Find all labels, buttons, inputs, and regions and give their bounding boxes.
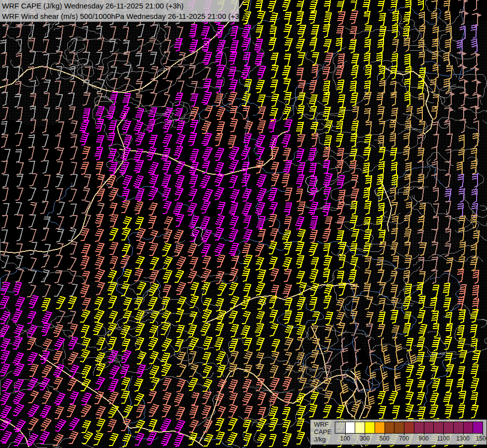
colorbar-cell	[473, 422, 483, 433]
colorbar-cell	[453, 422, 463, 433]
colorbar-tick-label: 900	[419, 435, 429, 442]
colorbar-cell	[355, 422, 365, 433]
legend-title: WRF CAPE J/kg	[314, 421, 331, 443]
legend-title-line3: J/kg	[314, 436, 331, 443]
colorbar-tick-label: 300	[360, 435, 370, 442]
colorbar-tick-label: 1100	[437, 435, 450, 442]
map-title-box: WRF CAPE (J/kg) Wednesday 26-11-2025 21:…	[0, 0, 239, 22]
colorbar-cell	[463, 422, 473, 433]
colorbar-cell	[394, 422, 404, 433]
colorbar-cell	[385, 422, 394, 433]
weather-map-stage: WRF CAPE (J/kg) Wednesday 26-11-2025 21:…	[0, 0, 487, 448]
weather-map-canvas	[0, 0, 487, 448]
colorbar-cell	[335, 422, 345, 433]
colorbar-tick-label: 700	[399, 435, 409, 442]
legend-title-line1: WRF	[314, 421, 331, 428]
map-title-line1: WRF CAPE (J/kg) Wednesday 26-11-2025 21:…	[2, 0, 239, 11]
colorbar-tick-label: 100	[340, 435, 350, 442]
colorbar-cell	[345, 422, 355, 433]
colorbar-cell	[443, 422, 453, 433]
colorbar-cell	[424, 422, 434, 433]
colorbar-cell	[375, 422, 385, 433]
colorbar-cell	[404, 422, 414, 433]
colorbar-cell	[433, 422, 443, 433]
colorbar-tick-label: 500	[380, 435, 390, 442]
map-title-line2: WRF Wind shear (m/s) 500/1000hPa Wednesd…	[2, 11, 239, 21]
cape-legend: WRF CAPE J/kg 10030050070090011001300150…	[310, 419, 487, 445]
legend-title-line2: CAPE	[314, 428, 331, 436]
colorbar-cell	[414, 422, 424, 433]
colorbar-tick-label: 1500	[476, 435, 487, 442]
cape-colorbar	[335, 422, 483, 434]
colorbar-cell	[365, 422, 375, 433]
colorbar-tick-label: 1300	[456, 435, 470, 442]
